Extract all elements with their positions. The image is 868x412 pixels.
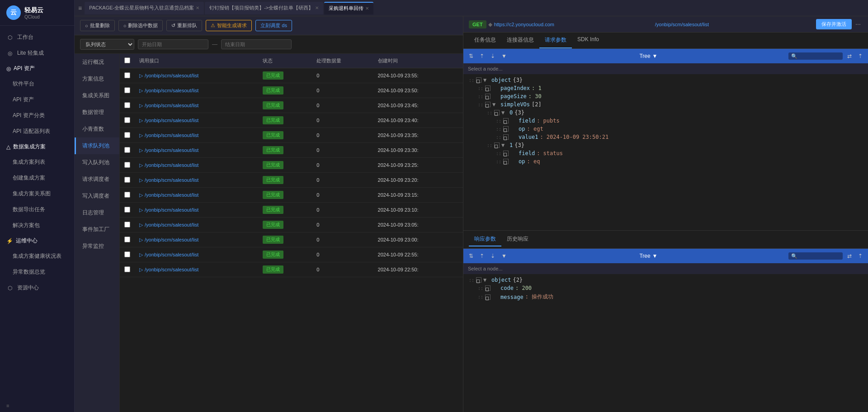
api-link-7[interactable]: /yonbip/scm/salesout/list [145, 177, 198, 183]
drag-handle-2[interactable]: :: [478, 94, 483, 99]
api-link-5[interactable]: /yonbip/scm/salesout/list [145, 147, 198, 153]
api-link-11[interactable]: /yonbip/scm/salesout/list [145, 237, 198, 242]
api-link-9[interactable]: /yonbip/scm/salesout/list [145, 207, 198, 213]
expand-all-icon[interactable]: ⇡ [478, 52, 486, 60]
drag-handle-8[interactable]: :: [487, 143, 492, 148]
drag-handle-6[interactable]: :: [496, 127, 501, 132]
api-link-10[interactable]: /yonbip/scm/salesout/list [145, 222, 198, 227]
table-row[interactable]: ▷/yonbip/scm/salesout/list 已完成 0 2024-10… [120, 68, 463, 83]
collapse-all-icon[interactable]: ⇅ [467, 52, 475, 60]
tree-node-2[interactable]: :: □ message : 操作成功 [463, 292, 868, 302]
start-date-input[interactable] [138, 39, 208, 49]
side-nav-xiao-qing[interactable]: 小青查数 [75, 121, 119, 137]
node-checkbox-9[interactable]: □ [503, 151, 509, 156]
batch-delete-button[interactable]: ○ 批量删除 [80, 20, 115, 31]
table-row[interactable]: ▷/yonbip/scm/salesout/list 已完成 0 2024-10… [120, 232, 463, 247]
sidebar-item-anomaly-data[interactable]: 异常数据总览 [0, 264, 74, 280]
tree-node-6[interactable]: :: □ op : egt [463, 125, 868, 133]
table-row[interactable]: ▷/yonbip/scm/salesout/list 已完成 0 2024-10… [120, 218, 463, 232]
row-checkbox-13[interactable] [124, 266, 130, 272]
sidebar-bottom[interactable]: ≡ [0, 399, 74, 412]
node-checkbox-2[interactable]: □ [485, 294, 491, 300]
node-checkbox-7[interactable]: □ [503, 134, 509, 140]
drag-handle-7[interactable]: :: [496, 135, 501, 140]
api-link-2[interactable]: /yonbip/scm/salesout/list [145, 103, 198, 108]
tab-3-close[interactable]: ✕ [365, 6, 369, 11]
response-tree-search[interactable] [788, 252, 843, 260]
sidebar-group-ops[interactable]: ⚡ 运维中心 [0, 233, 74, 248]
node-checkbox-1[interactable]: □ [485, 285, 491, 291]
sidebar-group-data[interactable]: △ 数据集成方案 [0, 139, 74, 154]
tree-node-2[interactable]: :: □ pageSize : 30 [463, 92, 868, 100]
sidebar-item-solution-package[interactable]: 解决方案包 [0, 218, 74, 233]
node-checkbox-0[interactable]: □ [476, 277, 481, 283]
side-nav-data-management[interactable]: 数据管理 [75, 104, 119, 121]
sidebar-item-solution-list[interactable]: 集成方案列表 [0, 154, 74, 170]
row-checkbox-0[interactable] [124, 72, 130, 78]
tab-3[interactable]: 采购退料单回传 ✕ [324, 2, 373, 14]
drag-handle-5[interactable]: :: [496, 118, 501, 123]
tree-arrow-8[interactable]: ▼ [501, 142, 508, 148]
table-row[interactable]: ▷/yonbip/scm/salesout/list 已完成 0 2024-10… [120, 83, 463, 98]
row-checkbox-12[interactable] [124, 251, 130, 257]
tree-node-3[interactable]: :: □ ▼ simpleVOs [2] [463, 100, 868, 109]
api-link-12[interactable]: /yonbip/scm/salesout/list [145, 252, 198, 257]
table-row[interactable]: ▷/yonbip/scm/salesout/list 已完成 0 2024-10… [120, 247, 463, 262]
sidebar-item-data-export[interactable]: 数据导出任务 [0, 202, 74, 218]
request-tree-search[interactable] [788, 52, 843, 60]
row-checkbox-3[interactable] [124, 117, 130, 123]
copy-icon[interactable]: ⇡ [856, 52, 864, 60]
requeue-button[interactable]: ↺ 重新排队 [166, 20, 202, 31]
tree-node-1[interactable]: :: □ code : 200 [463, 284, 868, 292]
tree-node-1[interactable]: :: □ pageIndex : 1 [463, 84, 868, 92]
sidebar-item-software[interactable]: 软件平台 [0, 76, 74, 92]
side-nav-anomaly-monitor[interactable]: 异常监控 [75, 238, 119, 255]
node-checkbox-0[interactable]: □ [476, 77, 481, 83]
tab-history-response[interactable]: 历史响应 [501, 232, 534, 246]
node-checkbox-5[interactable]: □ [503, 118, 509, 123]
tree-node-0[interactable]: :: □ ▼ object {3} [463, 76, 868, 84]
row-checkbox-11[interactable] [124, 237, 130, 242]
drag-handle-2[interactable]: :: [478, 294, 483, 299]
save-activate-button[interactable]: 保存并激活 [816, 19, 852, 29]
node-checkbox-4[interactable]: □ [494, 110, 500, 115]
side-nav-write-queue[interactable]: 写入队列池 [75, 154, 119, 171]
tree-node-0[interactable]: :: □ ▼ object {2} [463, 276, 868, 284]
tree-node-9[interactable]: :: □ field : status [463, 149, 868, 157]
drag-handle-9[interactable]: :: [496, 151, 501, 156]
table-row[interactable]: ▷/yonbip/scm/salesout/list 已完成 0 2024-10… [120, 143, 463, 158]
table-row[interactable]: ▷/yonbip/scm/salesout/list 已完成 0 2024-10… [120, 128, 463, 143]
tree-node-7[interactable]: :: □ value1 : 2024-10-09 23:50:21 [463, 133, 868, 141]
row-checkbox-10[interactable] [124, 222, 130, 227]
tabs-menu-icon[interactable]: ≡ [78, 5, 82, 12]
sidebar-item-workspace[interactable]: ⬡ 工作台 [0, 29, 74, 45]
tab-2[interactable]: 钉钉报销【项目报销类】->全蝶付款单【研西】 ✕ [205, 2, 323, 14]
tab-task-info[interactable]: 任务信息 [469, 33, 501, 48]
end-date-input[interactable] [221, 39, 292, 49]
tab-sdk-info[interactable]: SDK Info [572, 33, 604, 48]
side-nav-request-scheduler[interactable]: 请求调度者 [75, 171, 119, 188]
api-link-3[interactable]: /yonbip/scm/salesout/list [145, 118, 198, 123]
drag-handle-3[interactable]: :: [478, 102, 483, 107]
side-nav-run-overview[interactable]: 运行概况 [75, 54, 119, 71]
side-nav-log-management[interactable]: 日志管理 [75, 204, 119, 221]
schedule-now-button[interactable]: 立刻调度 ds [255, 20, 292, 31]
res-collapse-all-icon[interactable]: ⇅ [467, 252, 475, 260]
res-expand-all-icon[interactable]: ⇡ [478, 252, 486, 260]
api-link-4[interactable]: /yonbip/scm/salesout/list [145, 133, 198, 138]
tab-2-close[interactable]: ✕ [315, 5, 319, 10]
tab-response-params[interactable]: 响应参数 [469, 232, 501, 246]
drag-handle-0[interactable]: :: [469, 78, 474, 83]
sidebar-item-solution-map[interactable]: 集成方案关系图 [0, 186, 74, 202]
filter-icon[interactable]: ▼ [500, 52, 509, 60]
sidebar-item-solution-health[interactable]: 集成方案健康状况表 [0, 248, 74, 264]
api-link-0[interactable]: /yonbip/scm/salesout/list [145, 73, 198, 78]
tree-node-5[interactable]: :: □ field : pubts [463, 117, 868, 125]
sidebar-item-lite[interactable]: ◎ Lite 轻集成 [0, 45, 74, 61]
side-nav-write-scheduler[interactable]: 写入调度者 [75, 188, 119, 204]
api-link-6[interactable]: /yonbip/scm/salesout/list [145, 162, 198, 168]
node-checkbox-8[interactable]: □ [494, 142, 500, 148]
tree-node-8[interactable]: :: □ ▼ 1 {3} [463, 141, 868, 149]
table-row[interactable]: ▷/yonbip/scm/salesout/list 已完成 0 2024-10… [120, 173, 463, 188]
row-checkbox-4[interactable] [124, 132, 130, 138]
